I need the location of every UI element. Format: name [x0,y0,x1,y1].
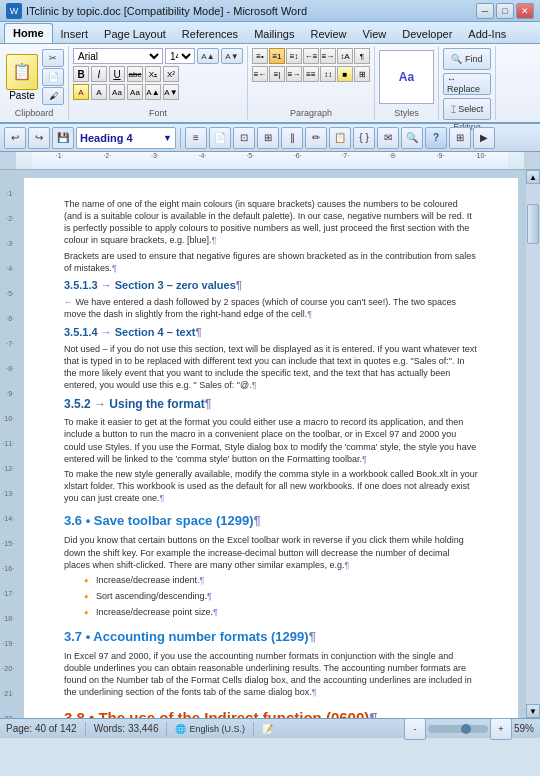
zoom-button[interactable]: 🔍 [401,127,423,149]
cut-button[interactable]: ✂ [42,49,64,67]
ribbon-editing-section: 🔍 Find ↔ Replace ⌶ Select Editing [439,46,496,120]
ribbon-paragraph-section: ≡• ≡1 ≡↕ ←≡ ≡→ ↕A ¶ ≡← ≡| ≡→ ≡≡ ↕↕ ■ ⊞ P… [248,46,375,120]
replace-button[interactable]: ↔ Replace [443,73,491,95]
redo-button[interactable]: ↪ [28,127,50,149]
style-dropdown[interactable]: Heading 4 ▼ [76,127,176,149]
decrease-indent-button[interactable]: ←≡ [303,48,319,64]
help-button[interactable]: ? [425,127,447,149]
language-icon: 🌐 [175,724,186,734]
align-right-button[interactable]: ≡→ [286,66,302,82]
tab-add-ins[interactable]: Add-Ins [460,25,514,43]
shrink-font-button[interactable]: A▼ [221,48,243,64]
grow-font-button[interactable]: A▲ [197,48,219,64]
heading-3-7: 3.7 • Accounting number formats (1299)¶ [64,628,478,646]
table-button[interactable]: ⊞ [257,127,279,149]
scroll-track[interactable] [526,184,540,704]
language-label: English (U.S.) [189,724,245,734]
tab-review[interactable]: Review [302,25,354,43]
paste-button[interactable]: 📋 Paste [4,52,40,103]
paragraph-2: Brackets are used to ensure that negativ… [64,250,478,274]
tab-developer[interactable]: Developer [394,25,460,43]
multilevel-list-button[interactable]: ≡↕ [286,48,302,64]
show-doc-map-button[interactable]: 📄 [209,127,231,149]
paragraph-1: The name of one of the eight main colour… [64,198,478,247]
align-center-button[interactable]: ≡| [269,66,285,82]
tab-view[interactable]: View [355,25,395,43]
minimize-button[interactable]: ─ [476,3,494,19]
tab-mailings[interactable]: Mailings [246,25,302,43]
strikethrough-button[interactable]: abc [127,66,143,82]
superscript-button[interactable]: X² [163,66,179,82]
copy-button[interactable]: 📄 [42,68,64,86]
change-case-button[interactable]: Aa [127,84,143,100]
outline-level-button[interactable]: ≡ [185,127,207,149]
tab-references[interactable]: References [174,25,246,43]
shading-button[interactable]: ■ [337,66,353,82]
increase-indent-button[interactable]: ≡→ [320,48,336,64]
find-button[interactable]: 🔍 Find [443,48,491,70]
highlight-button[interactable]: A [73,84,89,100]
separator-1 [180,128,181,148]
window-title: ITclinic by topic.doc [Compatibility Mod… [26,5,307,17]
show-formatting-button[interactable]: ¶ [354,48,370,64]
paragraph-7: Did you know that certain buttons on the… [64,534,478,570]
page-area[interactable]: The name of one of the eight main colour… [16,170,526,718]
bold-button[interactable]: B [73,66,89,82]
zoom-out-button[interactable]: - [404,718,426,740]
frame-button[interactable]: ⊡ [233,127,255,149]
drawing-button[interactable]: ✏ [305,127,327,149]
restore-button[interactable]: □ [496,3,514,19]
italic-button[interactable]: I [91,66,107,82]
paragraph-4: Not used – if you do not use this sectio… [64,343,478,392]
ruler: ·1· ·2· ·3· ·4· ·5· ·6· ·7· ·8· ·9· ·10· [0,152,540,170]
styles-gallery[interactable]: Aa [379,50,434,104]
heading-3-5-1-4: 3.5.1.4 → Section 4 – text¶ [64,325,478,340]
mail-merge-button[interactable]: ✉ [377,127,399,149]
status-bar: Page: 40 of 142 Words: 33,446 🌐 English … [0,718,540,738]
word-count: Words: 33,446 [94,723,159,734]
font-name-select[interactable]: Arial [73,48,163,64]
document-button[interactable]: 📋 [329,127,351,149]
document-page: The name of one of the eight main colour… [24,178,518,718]
tab-home[interactable]: Home [4,23,53,43]
justify-button[interactable]: ≡≡ [303,66,319,82]
tab-insert[interactable]: Insert [53,25,97,43]
grow-a-button[interactable]: A▲ [145,84,161,100]
scroll-thumb[interactable] [527,204,539,244]
numbering-button[interactable]: ≡1 [269,48,285,64]
shrink-a-button[interactable]: A▼ [163,84,179,100]
align-left-button[interactable]: ≡← [252,66,268,82]
format-painter-button[interactable]: 🖌 [42,87,64,105]
zoom-slider[interactable] [428,725,488,733]
close-button[interactable]: ✕ [516,3,534,19]
tab-page-layout[interactable]: Page Layout [96,25,174,43]
fields-button[interactable]: { } [353,127,375,149]
paragraph-8: In Excel 97 and 2000, if you use the acc… [64,650,478,699]
bullets-button[interactable]: ≡• [252,48,268,64]
app-icon: W [6,3,22,19]
heading-3-5-2: 3.5.2 → Using the format¶ [64,396,478,413]
underline-button[interactable]: U [109,66,125,82]
zoom-in-button[interactable]: + [490,718,512,740]
select-button[interactable]: ⌶ Select [443,98,491,120]
clear-format-button[interactable]: Aa [109,84,125,100]
save-button[interactable]: 💾 [52,127,74,149]
subscript-button[interactable]: X₂ [145,66,161,82]
scroll-down-button[interactable]: ▼ [526,704,540,718]
line-spacing-button[interactable]: ↕↕ [320,66,336,82]
heading-3-5-1-3: 3.5.1.3 → Section 3 – zero values¶ [64,278,478,293]
ruler-inner: ·1· ·2· ·3· ·4· ·5· ·6· ·7· ·8· ·9· ·10· [32,152,508,169]
borders-button[interactable]: ⊞ [354,66,370,82]
doc-map-toggle-button[interactable]: ⊞ [449,127,471,149]
paste-icon: 📋 [6,54,38,90]
font-color-button[interactable]: A [91,84,107,100]
scroll-up-button[interactable]: ▲ [526,170,540,184]
status-sep-2 [166,722,167,736]
sort-button[interactable]: ↕A [337,48,353,64]
paste-label: Paste [9,90,35,101]
zoom-handle[interactable] [461,724,471,734]
next-page-button[interactable]: ▶ [473,127,495,149]
font-size-select[interactable]: 14 [165,48,195,64]
columns-button[interactable]: ∥ [281,127,303,149]
undo-button[interactable]: ↩ [4,127,26,149]
